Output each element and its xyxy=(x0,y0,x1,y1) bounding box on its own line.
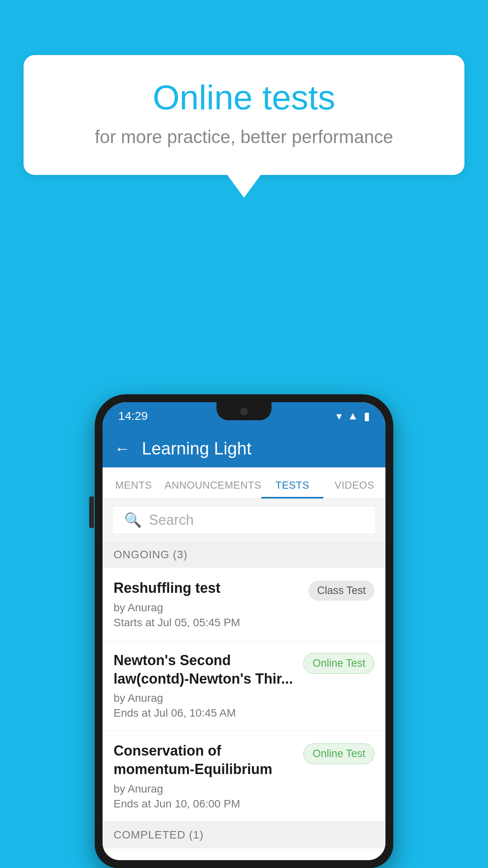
speech-bubble-container: Online tests for more practice, better p… xyxy=(24,55,464,198)
test-info-3: Conservation of momentum-Equilibrium by … xyxy=(114,742,295,810)
search-container: 🔍 Search xyxy=(103,499,385,541)
test-badge-1: Class Test xyxy=(308,581,374,601)
search-input[interactable]: Search xyxy=(149,512,194,528)
phone-bottom xyxy=(103,848,385,860)
tab-tests[interactable]: TESTS xyxy=(261,479,323,498)
signal-icon: ▲ xyxy=(347,410,358,422)
tab-announcements[interactable]: ANNOUNCEMENTS xyxy=(165,479,261,498)
tab-ments[interactable]: MENTS xyxy=(103,479,165,498)
wifi-icon: ▾ xyxy=(336,410,342,423)
phone-wrapper: 14:29 ▾ ▲ ▮ ← Learning Light MENTS ANNOU… xyxy=(95,394,393,868)
test-name-2: Newton's Second law(contd)-Newton's Thir… xyxy=(114,651,295,688)
app-bar: ← Learning Light xyxy=(103,430,385,467)
completed-section-header: COMPLETED (1) xyxy=(103,822,385,848)
status-time: 14:29 xyxy=(118,409,148,423)
phone-device: 14:29 ▾ ▲ ▮ ← Learning Light MENTS ANNOU… xyxy=(95,394,393,868)
test-item-2[interactable]: Newton's Second law(contd)-Newton's Thir… xyxy=(103,640,385,731)
test-item-1[interactable]: Reshuffling test by Anurag Starts at Jul… xyxy=(103,568,385,640)
test-info-2: Newton's Second law(contd)-Newton's Thir… xyxy=(114,651,295,720)
test-date-1: Starts at Jul 05, 05:45 PM xyxy=(114,616,301,629)
battery-icon: ▮ xyxy=(364,410,370,423)
app-title: Learning Light xyxy=(142,439,251,458)
bubble-arrow xyxy=(227,174,261,198)
phone-notch xyxy=(216,402,272,420)
test-badge-2: Online Test xyxy=(303,653,374,674)
speech-bubble: Online tests for more practice, better p… xyxy=(24,55,464,175)
test-author-2: by Anurag xyxy=(114,692,295,704)
tab-videos[interactable]: VIDEOS xyxy=(323,479,385,498)
test-author-1: by Anurag xyxy=(114,601,301,614)
search-bar[interactable]: 🔍 Search xyxy=(112,506,376,534)
test-name-1: Reshuffling test xyxy=(114,579,301,598)
bubble-title: Online tests xyxy=(55,79,433,117)
test-badge-3: Online Test xyxy=(303,743,374,764)
tab-bar: MENTS ANNOUNCEMENTS TESTS VIDEOS xyxy=(103,467,385,499)
test-author-3: by Anurag xyxy=(114,783,295,795)
test-date-2: Ends at Jul 06, 10:45 AM xyxy=(114,707,295,719)
ongoing-section-header: ONGOING (3) xyxy=(103,541,385,568)
back-button[interactable]: ← xyxy=(114,440,130,458)
front-camera xyxy=(240,408,248,416)
status-icons: ▾ ▲ ▮ xyxy=(336,410,370,423)
test-date-3: Ends at Jun 10, 06:00 PM xyxy=(114,798,295,810)
test-item-3[interactable]: Conservation of momentum-Equilibrium by … xyxy=(103,731,385,822)
search-icon: 🔍 xyxy=(124,512,142,528)
phone-screen: 14:29 ▾ ▲ ▮ ← Learning Light MENTS ANNOU… xyxy=(103,402,385,860)
test-info-1: Reshuffling test by Anurag Starts at Jul… xyxy=(114,579,301,629)
bubble-subtitle: for more practice, better performance xyxy=(55,126,433,147)
status-bar: 14:29 ▾ ▲ ▮ xyxy=(103,402,385,430)
test-name-3: Conservation of momentum-Equilibrium xyxy=(114,742,295,779)
